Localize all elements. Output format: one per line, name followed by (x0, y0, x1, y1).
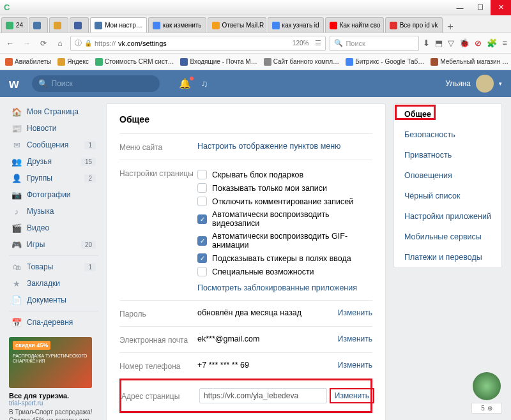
library-icon[interactable]: ⬒ (435, 38, 443, 48)
maximize-button[interactable]: ☐ (470, 0, 491, 15)
info-icon: ⓘ (75, 38, 82, 48)
pocket-icon[interactable]: ▽ (448, 38, 454, 48)
reader-icon[interactable]: ☰ (315, 39, 321, 47)
bookmark-item[interactable]: Входящие - Почта М… (180, 58, 257, 66)
bookmark-item[interactable]: Сайт банного компл… (264, 58, 339, 66)
menu-icon[interactable]: ≡ (502, 38, 507, 48)
sidebar-item[interactable]: 🏠Моя Страница (9, 103, 98, 120)
lock-icon: 🔒 (84, 40, 92, 47)
forward-button[interactable]: → (20, 37, 33, 50)
browser-tab[interactable] (70, 17, 89, 33)
browser-tab[interactable]: Ответы Mail.R (208, 17, 266, 33)
sidebar-item[interactable]: 👤Группы2 (9, 170, 98, 186)
home-button[interactable]: ⌂ (54, 37, 66, 50)
sidebar-item[interactable]: 🎬Видео (9, 220, 98, 236)
bookmark-item[interactable]: Мебельный магазин … (431, 58, 508, 66)
vk-search[interactable]: 🔍 Поиск (32, 75, 160, 92)
checkbox[interactable]: ✓ (197, 214, 207, 224)
tab-label: Ответы Mail.R (222, 22, 264, 29)
browser-tab[interactable] (29, 17, 48, 33)
address-bar[interactable]: ⓘ 🔒 https://vk.com/settings 120% ☰ (70, 36, 326, 51)
change-email-link[interactable]: Изменить (338, 334, 372, 343)
settings-tab[interactable]: Оповещения (394, 165, 501, 186)
favicon (264, 58, 271, 66)
browser-tab[interactable]: Мои настр… (90, 17, 147, 33)
checkbox-option[interactable]: ✓Автоматически воспроизводить видеозапис… (197, 208, 372, 230)
puzzle-icon[interactable]: 🧩 (487, 38, 497, 48)
music-icon[interactable]: ♫ (201, 78, 208, 89)
bookmark-item[interactable]: Яндекс (57, 58, 89, 66)
sidebar-item[interactable]: 👥Друзья15 (9, 153, 98, 170)
block-icon[interactable]: ⊘ (475, 38, 482, 48)
change-phone-link[interactable]: Изменить (338, 361, 372, 370)
reload-button[interactable]: ⟳ (37, 37, 50, 50)
bookmark-label: Авиабилеты (15, 58, 51, 65)
change-address-link[interactable]: Изменить (330, 388, 374, 403)
return-top-widget[interactable]: 5 ⊕ (471, 372, 502, 414)
browser-tab[interactable]: Все про id vk (385, 17, 443, 33)
sidebar-item[interactable]: 📄Документы (9, 292, 98, 308)
tab-label: Мои настр… (105, 22, 142, 29)
tab-label: 24 (16, 22, 23, 29)
menu-config-link[interactable]: Настроить отображение пунктов меню (197, 142, 340, 151)
browser-tab[interactable]: 24 (1, 17, 27, 33)
change-password-link[interactable]: Изменить (338, 308, 372, 317)
checkbox[interactable] (197, 267, 207, 276)
settings-tab[interactable]: Настройки приложений (394, 206, 501, 227)
download-icon[interactable]: ⬇ (423, 38, 430, 48)
browser-tab[interactable] (49, 17, 68, 33)
browser-tab[interactable]: как узнать id (268, 17, 324, 33)
count-badge: 1 (84, 141, 96, 149)
sidebar-item[interactable]: 📰Новости (9, 120, 98, 137)
extension-icon[interactable]: 🐞 (459, 38, 469, 48)
checkbox-option[interactable]: Показывать только мои записи (197, 181, 372, 195)
close-button[interactable]: ✕ (491, 0, 511, 15)
checkbox-option[interactable]: Специальные возможности (197, 265, 372, 278)
ad-block[interactable]: скидки 45% РАСПРОДАЖА ТУРИСТИЧЕСКОГО СНА… (9, 337, 98, 420)
sidebar-item[interactable]: ✉Сообщения1 (9, 137, 98, 153)
sidebar-item[interactable]: ★Закладки (9, 275, 98, 292)
sidebar-item[interactable]: ♪Музыка (9, 203, 98, 220)
bookmark-label: Стоимость CRM сист… (105, 58, 174, 65)
zoom-level[interactable]: 120% (293, 40, 309, 47)
checkbox-option[interactable]: ✓Подсказывать стикеры в полях ввода (197, 251, 372, 265)
settings-tab[interactable]: Мобильные сервисы (394, 227, 501, 247)
settings-tab[interactable]: Платежи и переводы (394, 247, 501, 267)
vk-logo[interactable]: w (9, 77, 19, 91)
new-tab-button[interactable]: + (443, 21, 459, 33)
sidebar-item[interactable]: 📅Спа-деревня (9, 314, 98, 331)
checkbox-option[interactable]: Скрывать блок подарков (197, 168, 372, 181)
sidebar-item[interactable]: 🛍Товары1 (9, 259, 98, 275)
bookmark-item[interactable]: Битрикс - Google Таб… (346, 58, 424, 66)
page-address-input[interactable] (199, 388, 327, 403)
vk-user-menu[interactable]: Ульяна ▾ (445, 75, 502, 93)
checkbox[interactable] (197, 183, 207, 193)
sidebar-item-label: Закладки (27, 279, 60, 288)
sidebar-item-label: Группы (27, 174, 52, 183)
checkbox-option[interactable]: ✓Автоматически воспроизводить GIF-анимац… (197, 230, 372, 251)
notifications-icon[interactable]: 🔔 (179, 78, 191, 89)
settings-tab[interactable]: Чёрный список (394, 186, 501, 206)
browser-search[interactable]: 🔍 Поиск (330, 36, 419, 51)
minimize-button[interactable]: — (450, 0, 470, 15)
sidebar-item-label: Игры (27, 240, 45, 249)
checkbox[interactable] (197, 197, 207, 206)
checkbox[interactable]: ✓ (197, 253, 207, 263)
settings-tabs: ОбщееБезопасностьПриватностьОповещенияЧё… (393, 103, 502, 268)
browser-tab[interactable]: Как найти сво (325, 17, 384, 33)
plus-icon[interactable]: ⊕ (487, 405, 492, 412)
checkbox[interactable]: ✓ (197, 236, 207, 246)
blocked-apps-link[interactable]: Посмотреть заблокированные приложения (197, 283, 372, 292)
sidebar-item[interactable]: 🎮Игры20 (9, 236, 98, 253)
checkbox[interactable] (197, 170, 207, 179)
count-badge: 1 (84, 263, 96, 271)
bookmark-item[interactable]: Авиабилеты (5, 58, 51, 66)
sidebar-item[interactable]: 📷Фотографии (9, 186, 98, 203)
browser-tab[interactable]: как изменить (148, 17, 206, 33)
bookmark-item[interactable]: Стоимость CRM сист… (95, 58, 174, 66)
settings-tab[interactable]: Приватность (394, 145, 501, 165)
settings-tab[interactable]: Безопасность (394, 124, 501, 145)
option-label: Автоматически воспроизводить видеозаписи (212, 210, 372, 228)
back-button[interactable]: ← (4, 37, 17, 50)
checkbox-option[interactable]: Отключить комментирование записей (197, 195, 372, 208)
